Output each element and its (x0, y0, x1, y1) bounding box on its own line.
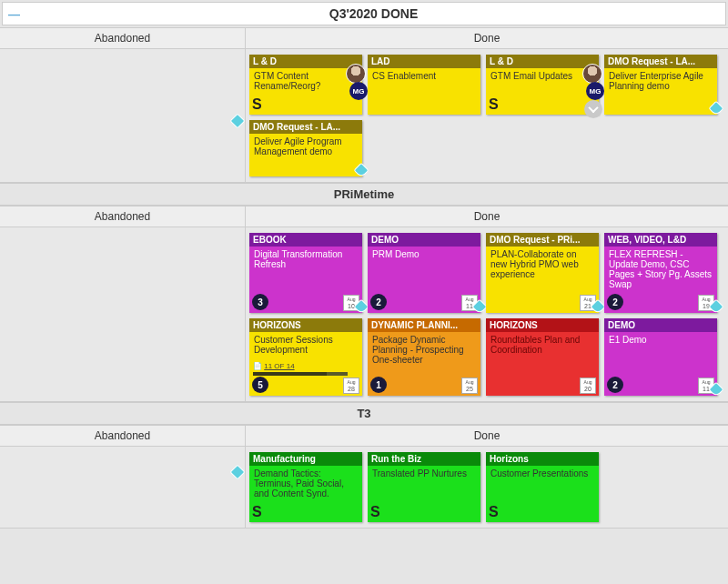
card-footer (249, 162, 362, 176)
calendar-icon: Aug25 (461, 378, 478, 394)
card-body: Deliver Enterprise Agile Planning demo (604, 68, 717, 100)
kanban-card[interactable]: Run the BizTranslated PP NurturesS (368, 452, 480, 522)
kanban-card[interactable]: HorizonsCustomer PresentationsS (486, 452, 599, 522)
dropzone-abandoned[interactable] (0, 447, 246, 528)
card-header: L & D (486, 55, 599, 68)
section-title-primetime: PRiMetime (0, 183, 728, 206)
section-header-bar: — Q3'2020 DONE (2, 2, 726, 25)
s-icon: S (489, 504, 499, 520)
dropzone-abandoned[interactable] (0, 49, 246, 182)
kanban-card[interactable]: HORIZONSCustomer Sessions Development📄 1… (249, 318, 362, 396)
avatar (582, 64, 602, 84)
dropzone-abandoned[interactable] (0, 227, 246, 401)
card-footer: Aug28 (249, 378, 362, 396)
col-done: Done (246, 206, 728, 227)
dropzone-done[interactable]: EBOOKDigital Transformation Refresh3Aug1… (246, 227, 728, 401)
calendar-icon: Aug28 (343, 378, 359, 394)
card-footer: S (486, 504, 599, 522)
dropzone-done[interactable]: ManufacturingDemand Tactics: Terminus, P… (246, 447, 728, 528)
col-done: Done (246, 28, 728, 48)
initials-badge: MG (349, 82, 368, 100)
card-footer: S (249, 504, 362, 522)
card-footer: Aug11 (368, 295, 480, 313)
s-icon: S (252, 504, 262, 520)
card-footer: Aug11 (604, 378, 717, 396)
card-header: DEMO (604, 318, 717, 332)
s-icon: S (489, 96, 499, 113)
card-header: Manufacturing (249, 452, 362, 466)
card-body: Roundtables Plan and Coordination (486, 332, 599, 378)
section-title-t3: T3 (0, 402, 728, 425)
card-header: WEB, VIDEO, L&D (604, 233, 717, 247)
card-footer: Aug21 (486, 295, 599, 313)
kanban-card[interactable]: DMO Request - LA...Deliver Enterprise Ag… (604, 55, 717, 115)
card-header: HORIZONS (486, 318, 599, 332)
lane-primetime: EBOOKDigital Transformation Refresh3Aug1… (0, 227, 728, 402)
card-footer (604, 100, 717, 115)
card-header: DYNAMIC PLANNI... (368, 318, 480, 332)
tag-icon (232, 467, 247, 481)
column-headers: Abandoned Done (0, 425, 728, 447)
card-header: DMO Request - LA... (604, 55, 717, 68)
chevron-down-icon[interactable] (584, 100, 602, 118)
section-title: Q3'2020 DONE (27, 6, 720, 21)
card-body: CS Enablement (368, 68, 480, 100)
kanban-card[interactable]: DMO Request - PRi...PLAN-Collaborate on … (486, 233, 599, 313)
kanban-card[interactable]: DEMOPRM Demo2Aug11 (368, 233, 480, 313)
col-abandoned: Abandoned (0, 28, 246, 48)
card-header: HORIZONS (249, 318, 362, 332)
card-header: L & D (249, 55, 362, 68)
kanban-card[interactable]: HORIZONSRoundtables Plan and Coordinatio… (486, 318, 599, 396)
col-abandoned: Abandoned (0, 426, 246, 446)
lane-q3: L & DGTM Content Rename/Reorg?SMGLADCS E… (0, 49, 728, 183)
collapse-toggle[interactable]: — (8, 7, 20, 21)
card-footer: S (368, 504, 480, 522)
card-header: DMO Request - LA... (249, 120, 362, 134)
card-body: Digital Transformation Refresh (249, 247, 362, 295)
avatar (346, 64, 366, 84)
card-body: Customer Sessions Development (249, 332, 362, 360)
kanban-card[interactable]: DMO Request - LA...Deliver Agile Program… (249, 120, 362, 176)
kanban-card[interactable]: EBOOKDigital Transformation Refresh3Aug1… (249, 233, 362, 313)
kanban-card[interactable]: DYNAMIC PLANNI...Package Dynamic Plannin… (368, 318, 480, 396)
card-body: PLAN-Collaborate on new Hybrid PMO web e… (486, 247, 599, 295)
card-body: Customer Presentations (486, 466, 599, 504)
kanban-card[interactable]: ManufacturingDemand Tactics: Terminus, P… (249, 452, 362, 522)
column-headers: Abandoned Done (0, 27, 728, 49)
card-body: FLEX REFRESH - Update Demo, CSC Pages + … (604, 247, 717, 295)
card-footer: Aug20 (486, 378, 599, 396)
card-body: Demand Tactics: Terminus, Paid Social, a… (249, 466, 362, 504)
card-footer: Aug25 (368, 378, 480, 396)
card-footer: S (249, 96, 362, 115)
kanban-card[interactable]: L & DGTM Content Rename/Reorg?SMG (249, 55, 362, 115)
card-header: Horizons (486, 452, 599, 466)
card-header: LAD (368, 55, 480, 68)
kanban-card[interactable]: DEMOE1 Demo2Aug11 (604, 318, 717, 396)
card-footer (368, 100, 480, 115)
column-headers: Abandoned Done (0, 206, 728, 227)
col-done: Done (246, 426, 728, 446)
card-body: Package Dynamic Planning - Prospecting O… (368, 332, 480, 378)
lane-t3: ManufacturingDemand Tactics: Terminus, P… (0, 447, 728, 529)
tag-icon (232, 116, 247, 130)
kanban-card[interactable]: WEB, VIDEO, L&DFLEX REFRESH - Update Dem… (604, 233, 717, 313)
card-footer: Aug10 (249, 295, 362, 313)
card-footer: S (486, 96, 599, 115)
card-header: EBOOK (249, 233, 362, 247)
calendar-icon: Aug20 (580, 378, 596, 394)
card-header: DEMO (368, 233, 480, 247)
initials-badge: MG (586, 82, 604, 100)
card-header: Run the Biz (368, 452, 480, 466)
card-progress: 📄 11 OF 14 (253, 362, 359, 376)
card-header: DMO Request - PRi... (486, 233, 599, 247)
kanban-card[interactable]: L & DGTM Email UpdatesSMG (486, 55, 599, 115)
dropzone-done[interactable]: L & DGTM Content Rename/Reorg?SMGLADCS E… (246, 49, 728, 182)
card-body: Translated PP Nurtures (368, 466, 480, 504)
card-body: PRM Demo (368, 247, 480, 295)
col-abandoned: Abandoned (0, 206, 246, 227)
kanban-card[interactable]: LADCS Enablement (368, 55, 480, 115)
card-footer: Aug19 (604, 295, 717, 313)
card-body: E1 Demo (604, 332, 717, 378)
s-icon: S (252, 96, 262, 113)
s-icon: S (370, 504, 380, 520)
